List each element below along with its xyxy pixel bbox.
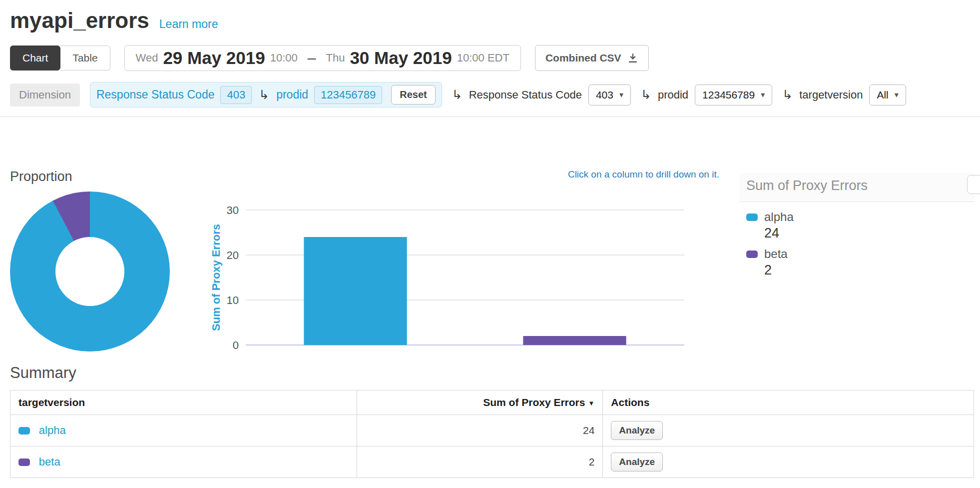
dimension-label: Dimension [10, 84, 80, 106]
sort-desc-icon: ▼ [588, 400, 594, 407]
proportion-title: Proportion [10, 169, 210, 184]
view-toggle: Chart Table [10, 46, 110, 70]
drill-arrow-icon: ↳ [259, 88, 269, 101]
cell-actions: Analyze [603, 446, 974, 478]
drill-arrow-icon: ↳ [641, 88, 651, 101]
column-header-targetversion: targetversion [10, 390, 357, 415]
chip-value: 403 [220, 86, 252, 104]
clipped-edge-control[interactable] [967, 175, 980, 194]
summary-table: targetversion Sum of Proxy Errors▼ Actio… [10, 390, 974, 478]
start-time: 10:00 [270, 52, 298, 64]
legend-list: alpha 24 beta 2 [739, 210, 974, 278]
proportion-panel: Proportion [10, 169, 210, 352]
column-header-sum-of-proxy-errors[interactable]: Sum of Proxy Errors▼ [357, 390, 603, 415]
targetversion-link[interactable]: beta [39, 456, 60, 468]
cell-actions: Analyze [603, 415, 974, 446]
breadcrumb-chip-prodid[interactable]: prodid 123456789 [276, 86, 382, 104]
header: myapi_errors Learn more [10, 8, 974, 33]
donut-chart[interactable] [10, 192, 170, 352]
drilldown-response-status-code: ↳ Response Status Code 403 ▾ [452, 84, 631, 106]
bar-chart-panel: Click on a column to drill down on it. 0… [210, 169, 739, 352]
column-header-actions: Actions [603, 390, 974, 415]
legend-value: 2 [764, 262, 974, 278]
range-separator: – [308, 50, 316, 66]
chip-name: Response Status Code [96, 88, 215, 102]
end-date: 30 May 2019 [350, 48, 452, 68]
analyze-button[interactable]: Analyze [611, 421, 663, 440]
targetversion-link[interactable]: alpha [39, 424, 66, 436]
chip-name: prodid [276, 88, 308, 102]
legend-value: 24 [764, 226, 974, 241]
csv-button-label: Combined CSV [545, 52, 621, 64]
drill-arrow-icon: ↳ [452, 88, 463, 101]
series-swatch [18, 427, 30, 434]
tab-table[interactable]: Table [60, 46, 110, 70]
analyze-button[interactable]: Analyze [611, 452, 663, 472]
prodid-select[interactable]: 123456789 ▾ [695, 84, 772, 106]
legend-swatch-beta [746, 250, 758, 258]
svg-text:0: 0 [233, 339, 239, 352]
legend-item-beta: beta 2 [746, 247, 974, 278]
selected-value: All [877, 89, 888, 101]
drilldown-label: Response Status Code [469, 88, 582, 102]
legend-title: Sum of Proxy Errors [739, 173, 974, 202]
legend-swatch-alpha [746, 214, 758, 221]
breadcrumb: Response Status Code 403 ↳ prodid 123456… [90, 82, 442, 108]
cell-targetversion: beta [10, 446, 357, 478]
svg-text:30: 30 [227, 204, 239, 216]
svg-text:10: 10 [227, 294, 239, 306]
learn-more-link[interactable]: Learn more [159, 18, 218, 31]
drill-arrow-icon: ↳ [782, 88, 793, 101]
cell-sum-of-proxy-errors: 24 [357, 415, 603, 446]
chevron-down-icon: ▾ [619, 90, 623, 100]
end-day: Thu [326, 52, 345, 64]
charts-row: Proportion Click on a column to drill do… [10, 169, 974, 352]
legend-label: beta [764, 247, 788, 261]
cell-sum-of-proxy-errors: 2 [357, 446, 603, 478]
tab-chart[interactable]: Chart [10, 46, 60, 70]
date-range-picker[interactable]: Wed 29 May 2019 10:00 – Thu 30 May 2019 … [124, 45, 521, 71]
response-status-code-select[interactable]: 403 ▾ [588, 84, 631, 106]
section-divider [0, 116, 980, 117]
start-day: Wed [136, 52, 158, 64]
dimension-row: Dimension Response Status Code 403 ↳ pro… [10, 82, 974, 108]
chevron-down-icon: ▾ [895, 90, 899, 100]
selected-value: 123456789 [702, 89, 755, 101]
drill-hint-text: Click on a column to drill down on it. [568, 169, 719, 180]
end-time: 10:00 EDT [457, 52, 509, 64]
reset-button[interactable]: Reset [391, 85, 435, 104]
combined-csv-button[interactable]: Combined CSV [535, 45, 649, 71]
breadcrumb-chip-response-status-code[interactable]: Response Status Code 403 [96, 86, 252, 104]
page: myapi_errors Learn more Chart Table Wed … [0, 0, 980, 488]
svg-text:20: 20 [227, 249, 239, 262]
drilldown-label: prodid [658, 88, 688, 102]
targetversion-select[interactable]: All ▾ [869, 84, 906, 106]
series-swatch [18, 458, 30, 466]
cell-targetversion: alpha [10, 415, 357, 446]
start-date: 29 May 2019 [163, 48, 265, 68]
svg-text:Sum of Proxy Errors: Sum of Proxy Errors [210, 224, 222, 331]
legend-item-alpha: alpha 24 [746, 210, 974, 241]
table-header-row: targetversion Sum of Proxy Errors▼ Actio… [10, 390, 974, 415]
chip-value: 123456789 [314, 86, 382, 104]
table-row-beta: beta 2 Analyze [10, 446, 974, 478]
drilldown-label: targetversion [799, 88, 863, 102]
selected-value: 403 [596, 89, 613, 101]
drilldown-prodid: ↳ prodid 123456789 ▾ [641, 84, 772, 106]
legend-label: alpha [764, 210, 794, 224]
chevron-down-icon: ▾ [761, 90, 765, 100]
drilldown-targetversion: ↳ targetversion All ▾ [782, 84, 906, 106]
bar-chart-svg[interactable]: 0102030Sum of Proxy Errors [210, 187, 689, 352]
donut-hole [55, 237, 124, 306]
summary-heading: Summary [10, 364, 974, 382]
table-row-alpha: alpha 24 Analyze [10, 415, 974, 446]
page-title: myapi_errors [10, 8, 149, 33]
download-icon [627, 52, 638, 64]
toolbar: Chart Table Wed 29 May 2019 10:00 – Thu … [10, 45, 974, 71]
legend-panel: Sum of Proxy Errors alpha 24 beta 2 [739, 169, 974, 352]
